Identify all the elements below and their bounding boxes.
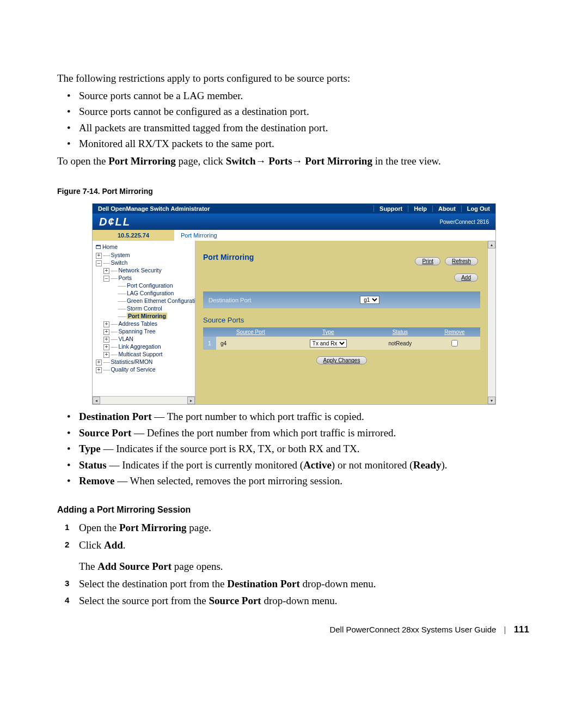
type-select[interactable]: Tx and Rx bbox=[310, 339, 347, 348]
screenshot-port-mirroring: Dell OpenManage Switch Administrator Sup… bbox=[92, 203, 496, 405]
steps-list: Open the Port Mirroring page. Click Add.… bbox=[57, 520, 531, 608]
row-source-port: g4 bbox=[216, 337, 285, 350]
expand-icon[interactable]: + bbox=[103, 344, 109, 350]
tree-link-aggregation[interactable]: Link Aggregation bbox=[118, 343, 161, 350]
step-4: Select the source port from the Source P… bbox=[79, 593, 531, 608]
definitions-list: Destination Port — The port number to wh… bbox=[57, 409, 531, 489]
step-2: Click Add. The Add Source Port page open… bbox=[79, 538, 531, 574]
tree-statistics-rmon[interactable]: Statistics/RMON bbox=[111, 358, 152, 365]
expand-icon[interactable]: + bbox=[96, 360, 102, 366]
tree-quality-of-service[interactable]: Quality of Service bbox=[111, 366, 155, 373]
def-destination-port: Destination Port — The port number to wh… bbox=[79, 409, 531, 424]
bullet-item: All packets are transmitted tagged from … bbox=[79, 120, 531, 136]
def-status: Status — Indicates if the port is curren… bbox=[79, 458, 531, 473]
tree-multicast-support[interactable]: Multicast Support bbox=[118, 351, 162, 357]
page-footer: Dell PowerConnect 28xx Systems User Guid… bbox=[329, 624, 529, 635]
guide-title: Dell PowerConnect 28xx Systems User Guid… bbox=[329, 625, 496, 634]
page-number: 111 bbox=[514, 624, 529, 635]
figure-caption: Figure 7-14. Port Mirroring bbox=[57, 187, 531, 196]
print-button[interactable]: Print bbox=[415, 257, 440, 265]
dell-logo: D¢LL bbox=[99, 216, 131, 228]
ip-breadcrumb-bar: 10.5.225.74 Port Mirroring bbox=[93, 230, 495, 241]
bullet-item: Source ports cannot be a LAG member. bbox=[79, 88, 531, 104]
refresh-button[interactable]: Refresh bbox=[445, 257, 478, 265]
tree-horizontal-scrollbar[interactable]: ◂ ▸ bbox=[93, 396, 195, 404]
nav-logout[interactable]: Log Out bbox=[461, 205, 495, 212]
row-status: notReady bbox=[371, 337, 429, 350]
nav-help[interactable]: Help bbox=[408, 205, 432, 212]
step-1: Open the Port Mirroring page. bbox=[79, 520, 531, 535]
collapse-icon[interactable]: – bbox=[103, 276, 109, 282]
device-ip: 10.5.225.74 bbox=[93, 230, 174, 241]
footer-separator: | bbox=[499, 625, 512, 634]
nav-support[interactable]: Support bbox=[373, 205, 408, 212]
step-3: Select the destination port from the Des… bbox=[79, 576, 531, 592]
bullet-item: Source ports cannot be configured as a d… bbox=[79, 104, 531, 119]
source-ports-table: Source Port Type Status Remove 1 g4 bbox=[203, 327, 480, 350]
add-button[interactable]: Add bbox=[454, 273, 478, 282]
scroll-down-icon[interactable]: ▾ bbox=[488, 397, 495, 404]
restrictions-list: Source ports cannot be a LAG member. Sou… bbox=[57, 88, 531, 151]
col-type[interactable]: Type bbox=[285, 327, 371, 337]
tree-network-security[interactable]: Network Security bbox=[118, 267, 161, 273]
col-status[interactable]: Status bbox=[371, 327, 429, 337]
tree-vlan[interactable]: VLAN bbox=[118, 336, 133, 342]
destination-port-label: Destination Port bbox=[209, 297, 251, 303]
brand-bar: D¢LL PowerConnect 2816 bbox=[93, 214, 495, 230]
expand-icon[interactable]: + bbox=[103, 329, 109, 335]
expand-icon[interactable]: + bbox=[103, 268, 109, 274]
expand-icon[interactable]: + bbox=[96, 253, 102, 259]
row-number: 1 bbox=[203, 337, 216, 350]
expand-icon[interactable]: + bbox=[96, 367, 102, 373]
tree-lag-configuration[interactable]: LAG Configuration bbox=[127, 290, 174, 296]
tree-port-mirroring[interactable]: Port Mirroring bbox=[127, 313, 167, 319]
subheading: Adding a Port Mirroring Session bbox=[57, 505, 531, 515]
expand-icon[interactable]: + bbox=[103, 352, 109, 358]
def-source-port: Source Port — Defines the port number fr… bbox=[79, 425, 531, 441]
def-remove: Remove — When selected, removes the port… bbox=[79, 473, 531, 489]
app-titlebar: Dell OpenManage Switch Administrator Sup… bbox=[93, 204, 495, 214]
expand-icon[interactable]: + bbox=[103, 337, 109, 343]
col-source-port[interactable]: Source Port bbox=[216, 327, 285, 337]
tree-green-ethernet[interactable]: Green Ethernet Configurati bbox=[127, 297, 195, 304]
breadcrumb: Port Mirroring bbox=[174, 230, 217, 241]
destination-port-select[interactable]: g1 bbox=[360, 296, 379, 304]
tree-ports[interactable]: Ports bbox=[118, 275, 132, 281]
table-row: 1 g4 Tx and Rx notReady bbox=[203, 337, 480, 350]
nav-about[interactable]: About bbox=[432, 205, 461, 212]
col-remove: Remove bbox=[429, 327, 480, 337]
destination-port-block: Destination Port g1 bbox=[203, 291, 480, 308]
app-title: Dell OpenManage Switch Administrator bbox=[93, 205, 373, 212]
scroll-left-icon[interactable]: ◂ bbox=[93, 397, 100, 404]
apply-changes-button[interactable]: Apply Changes bbox=[316, 356, 367, 364]
nav-tree[interactable]: Home +----- System –----- Switch +----- … bbox=[93, 241, 195, 404]
collapse-icon[interactable]: – bbox=[96, 260, 102, 266]
row-remove bbox=[429, 337, 480, 350]
remove-checkbox[interactable] bbox=[451, 340, 458, 346]
tree-switch[interactable]: Switch bbox=[111, 259, 127, 266]
tree-spanning-tree[interactable]: Spanning Tree bbox=[118, 328, 155, 334]
tree-port-configuration[interactable]: Port Configuration bbox=[127, 282, 173, 289]
source-ports-heading: Source Ports bbox=[195, 308, 488, 324]
bullet-item: Monitored all RX/TX packets to the same … bbox=[79, 136, 531, 151]
content-panel: Port Mirroring Print Refresh Add Destina… bbox=[195, 241, 495, 404]
row-type: Tx and Rx bbox=[285, 337, 371, 350]
def-type: Type — Indicates if the source port is R… bbox=[79, 441, 531, 457]
model-label: PowerConnect 2816 bbox=[439, 219, 489, 225]
scroll-up-icon[interactable]: ▴ bbox=[488, 241, 495, 248]
scroll-right-icon[interactable]: ▸ bbox=[187, 397, 195, 404]
tree-home[interactable]: Home bbox=[102, 244, 118, 250]
home-icon bbox=[96, 244, 102, 250]
tree-address-tables[interactable]: Address Tables bbox=[118, 320, 157, 327]
intro-paragraph: The following restrictions apply to port… bbox=[57, 71, 531, 86]
expand-icon[interactable]: + bbox=[103, 321, 109, 327]
top-nav: Support Help About Log Out bbox=[373, 205, 495, 212]
panel-vertical-scrollbar[interactable]: ▴ ▾ bbox=[487, 241, 495, 404]
tree-storm-control[interactable]: Storm Control bbox=[127, 305, 162, 312]
open-page-paragraph: To open the Port Mirroring page, click S… bbox=[57, 154, 531, 169]
tree-system[interactable]: System bbox=[111, 252, 130, 258]
